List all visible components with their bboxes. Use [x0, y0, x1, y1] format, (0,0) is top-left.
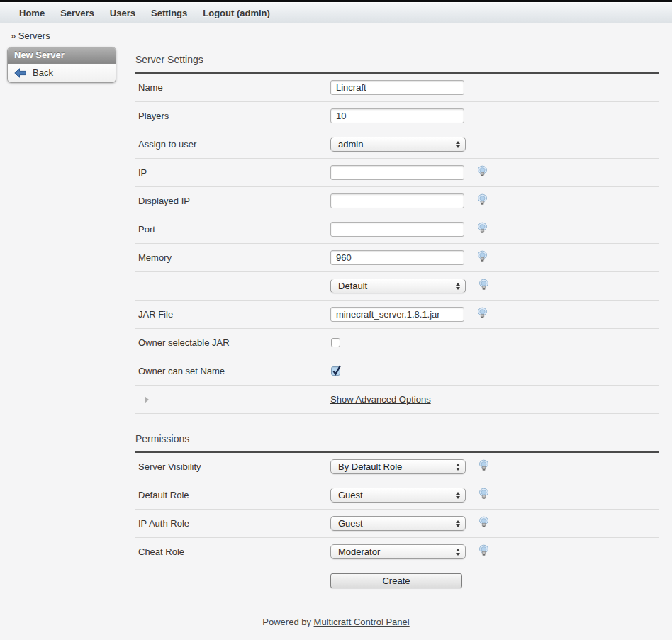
field-label-memory: Memory [135, 252, 330, 263]
server-settings-heading: Server Settings [135, 54, 659, 65]
players-input[interactable] [330, 108, 464, 123]
select-stepper-icon [456, 141, 460, 148]
owner-selectable-jar-checkbox[interactable] [331, 338, 340, 347]
displayed-ip-input[interactable] [330, 193, 464, 208]
form-row-ip-auth-role: IP Auth Role Guest [135, 510, 659, 538]
select-stepper-icon [456, 520, 460, 527]
advanced-options-label-cell [135, 396, 330, 403]
port-input[interactable] [330, 222, 464, 237]
form-row-displayed-ip: Displayed IP [135, 187, 659, 215]
panel-title: New Server [8, 47, 116, 64]
form-row-name: Name [135, 74, 659, 102]
help-lightbulb-icon[interactable] [478, 488, 490, 503]
footer: Powered by Multicraft Control Panel [0, 607, 672, 627]
form-row-assign-to-user: Assign to user admin [135, 130, 659, 159]
help-lightbulb-icon[interactable] [478, 544, 490, 559]
help-lightbulb-icon[interactable] [478, 279, 490, 293]
field-label-players: Players [135, 111, 330, 121]
name-input[interactable] [330, 80, 464, 95]
form-row-port: Port [135, 215, 659, 244]
select-stepper-icon [456, 464, 460, 471]
form-row-ip: IP [135, 159, 659, 187]
assign-to-user-select-value: admin [338, 139, 363, 150]
back-arrow-icon [14, 68, 26, 78]
show-advanced-options-link[interactable]: Show Advanced Options [330, 394, 431, 405]
default-role-select-value: Guest [338, 490, 363, 500]
breadcrumb: » Servers [11, 30, 672, 41]
field-label-server-visibility: Server Visibility [135, 461, 330, 472]
permissions-heading: Permissions [135, 433, 659, 444]
default-role-select[interactable]: Guest [330, 488, 466, 503]
assign-to-user-select[interactable]: admin [330, 137, 466, 152]
memory-input[interactable] [330, 250, 464, 265]
disclosure-triangle-icon[interactable] [145, 396, 149, 403]
form-row-cheat-role: Cheat Role Moderator [135, 538, 659, 566]
form-row-create: Create [135, 566, 659, 595]
field-label-displayed-ip: Displayed IP [135, 196, 330, 206]
server-visibility-select[interactable]: By Default Role [330, 459, 466, 474]
form-row-owner-selectable-jar: Owner selectable JAR [135, 329, 659, 357]
form-row-jar-file: JAR File [135, 301, 659, 329]
field-label-cheat-role: Cheat Role [135, 546, 330, 557]
page: Home Servers Users Settings Logout (admi… [0, 0, 672, 640]
form-row-default-role: Default Role Guest [135, 481, 659, 510]
server-visibility-select-value: By Default Role [338, 461, 402, 472]
breadcrumb-link-servers[interactable]: Servers [18, 30, 50, 41]
new-server-panel: New Server Back [7, 47, 116, 83]
nav-item-servers[interactable]: Servers [60, 8, 94, 18]
field-label-name: Name [135, 82, 330, 93]
main-navigation: Home Servers Users Settings Logout (admi… [0, 2, 672, 23]
field-label-jar-file: JAR File [135, 309, 330, 320]
help-lightbulb-icon[interactable] [476, 222, 488, 237]
form-row-players: Players [135, 102, 659, 130]
create-button[interactable]: Create [330, 573, 462, 588]
select-stepper-icon [456, 549, 460, 556]
help-lightbulb-icon[interactable] [476, 165, 488, 180]
back-button[interactable]: Back [14, 67, 109, 78]
ip-input[interactable] [330, 165, 464, 180]
owner-can-set-name-checkbox[interactable] [331, 366, 340, 376]
field-label-owner-selectable-jar: Owner selectable JAR [135, 337, 330, 348]
field-label-ip: IP [135, 167, 330, 178]
memory-preset-select-value: Default [338, 281, 367, 291]
main-content: Server Settings Name Players Assign to u… [135, 54, 659, 595]
jar-file-input[interactable] [330, 307, 464, 322]
memory-preset-select[interactable]: Default [330, 279, 466, 293]
footer-text: Powered by [262, 617, 311, 627]
help-lightbulb-icon[interactable] [476, 193, 488, 208]
form-row-memory: Memory [135, 244, 659, 272]
help-lightbulb-icon[interactable] [476, 250, 488, 265]
nav-item-home[interactable]: Home [19, 8, 45, 18]
form-row-server-visibility: Server Visibility By Default Role [135, 453, 659, 481]
help-lightbulb-icon[interactable] [476, 307, 488, 322]
help-lightbulb-icon[interactable] [478, 516, 490, 531]
cheat-role-select[interactable]: Moderator [330, 544, 466, 559]
ip-auth-role-select[interactable]: Guest [330, 516, 466, 531]
panel-body: Back [8, 64, 116, 82]
footer-link-multicraft[interactable]: Multicraft Control Panel [314, 617, 410, 627]
nav-item-users[interactable]: Users [110, 8, 135, 18]
ip-auth-role-select-value: Guest [338, 518, 363, 529]
form-row-advanced-options: Show Advanced Options [135, 386, 659, 414]
help-lightbulb-icon[interactable] [478, 459, 490, 474]
field-label-owner-can-set-name: Owner can set Name [135, 366, 330, 376]
back-button-label: Back [33, 67, 53, 78]
form-row-owner-can-set-name: Owner can set Name [135, 357, 659, 386]
breadcrumb-marker: » [11, 30, 16, 41]
field-label-default-role: Default Role [135, 490, 330, 500]
nav-item-settings[interactable]: Settings [151, 8, 187, 18]
form-row-memory-preset: Default [135, 272, 659, 301]
field-label-ip-auth-role: IP Auth Role [135, 518, 330, 529]
field-label-assign-to-user: Assign to user [135, 139, 330, 150]
field-label-port: Port [135, 224, 330, 235]
cheat-role-select-value: Moderator [338, 546, 380, 557]
select-stepper-icon [456, 283, 460, 290]
select-stepper-icon [456, 492, 460, 499]
nav-item-logout[interactable]: Logout (admin) [203, 8, 270, 18]
